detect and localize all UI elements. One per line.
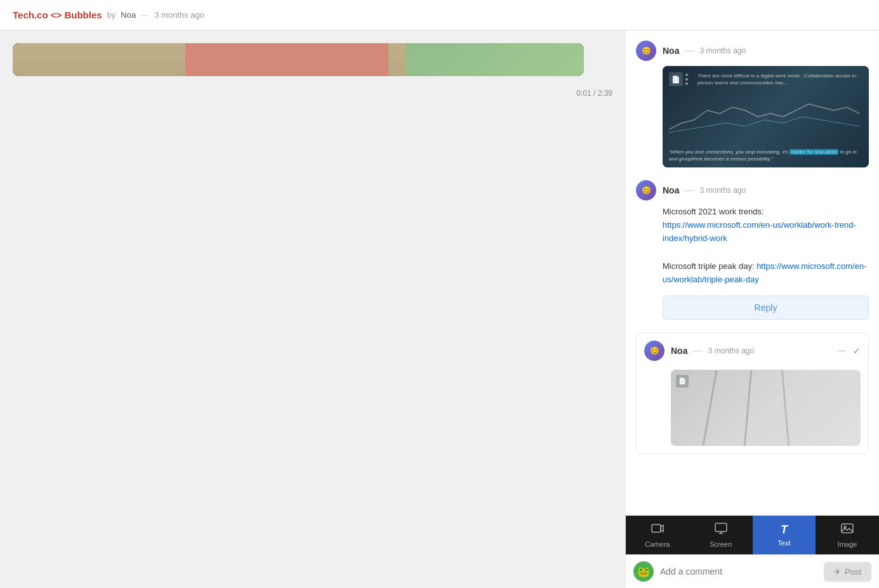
svg-rect-0: [652, 525, 661, 532]
comment-author-3: Noa: [671, 346, 687, 356]
main-layout: ▶ 🔊 1× ⛶ 0:01 / 2:39: [0, 30, 879, 588]
svg-rect-4: [842, 524, 853, 533]
comment-text-2: Microsoft triple peak day: https://www.m…: [663, 260, 869, 287]
person-silhouette: [173, 43, 401, 76]
comment-item-2: 😊 Noa — 3 months ago Microsoft 2021 work…: [636, 180, 869, 320]
thumb-dots: [685, 74, 688, 85]
dash-1: —: [684, 45, 694, 56]
comment-time-1: 3 months ago: [699, 46, 746, 55]
line-1: [702, 370, 717, 446]
comment-more-button[interactable]: ···: [833, 344, 849, 358]
comment-item-3: 😊 Noa — 3 months ago ··· ✓: [636, 332, 869, 454]
recording-toolbar: Camera Screen T Text: [626, 515, 879, 554]
comment-link-2[interactable]: https://www.microsoft.com/en-us/worklab/…: [663, 261, 867, 284]
dash-2: —: [684, 185, 694, 196]
comment-header-2: 😊 Noa — 3 months ago: [636, 180, 869, 200]
image-tab-label: Image: [838, 540, 857, 548]
svg-rect-1: [715, 523, 727, 532]
comment-author-2: Noa: [663, 185, 679, 195]
comment-text-1: Microsoft 2021 work trends: https://www.…: [663, 206, 869, 245]
post-icon: ✈: [834, 567, 841, 577]
check-icon: ✓: [853, 346, 861, 356]
comment-time-3: 3 months ago: [708, 346, 754, 355]
toolbar-screen-tab[interactable]: Screen: [689, 516, 753, 554]
avatar-emoji: 😊: [642, 46, 651, 55]
current-time: 0:01: [576, 89, 591, 98]
commenter-avatar: 🐸: [633, 561, 654, 582]
comment-header-3: 😊 Noa — 3 months ago: [644, 341, 754, 361]
image-svg: [841, 522, 854, 535]
thumb-title-text: There are more difficult in a digital wo…: [697, 72, 862, 86]
comment-meta-3: Noa — 3 months ago: [671, 345, 754, 356]
thumb-quote: "When you lose connections, you stop inn…: [669, 148, 862, 162]
right-panel: 😊 Noa — 3 months ago: [625, 30, 879, 588]
avatar-emoji-2: 😊: [642, 186, 651, 195]
comment-3-video: 📄: [671, 370, 861, 446]
post-button[interactable]: ✈ Post: [824, 562, 871, 582]
separator: —: [141, 10, 149, 20]
text-icon: T: [781, 523, 788, 537]
line-3: [781, 370, 790, 446]
time-display: 0:01 / 2:39: [13, 86, 612, 100]
comment-body-2: Microsoft 2021 work trends: https://www.…: [663, 206, 869, 320]
comment-time-2: 3 months ago: [699, 186, 746, 195]
comment-item: 😊 Noa — 3 months ago: [636, 41, 869, 167]
text-tab-label: Text: [777, 539, 790, 547]
camera-icon: [651, 522, 664, 538]
avatar-emoji-3: 😊: [650, 346, 659, 355]
avatar-3: 😊: [644, 341, 664, 361]
thumb-doc-icon: 📄: [669, 72, 683, 86]
time-sep: /: [593, 89, 598, 98]
screen-icon: [715, 522, 727, 538]
duration: 2:39: [598, 89, 612, 98]
top-bar: Tech.co <> Bubbles by Noa — 3 months ago: [0, 0, 879, 30]
reply-button[interactable]: Reply: [663, 296, 869, 320]
dot-3: [685, 82, 688, 85]
comment-input[interactable]: [660, 566, 817, 577]
page-title: Tech.co <> Bubbles: [13, 10, 102, 20]
thumb3-doc: 📄: [676, 375, 689, 388]
dot-2: [685, 78, 688, 81]
dash-3: —: [692, 345, 703, 356]
avatar: 😊: [636, 41, 656, 61]
by-label: by: [107, 10, 116, 20]
line-2: [743, 370, 751, 446]
comment-body-3: 📄: [671, 370, 861, 446]
comment-author-1: Noa: [663, 46, 679, 56]
thumb-chart: [669, 98, 862, 136]
svg-point-5: [844, 526, 846, 528]
comment-header: 😊 Noa — 3 months ago: [636, 41, 869, 61]
comments-list: 😊 Noa — 3 months ago: [626, 30, 879, 515]
comment-3-video-bg: 📄: [671, 370, 861, 446]
plant-area: [406, 43, 584, 76]
dot-1: [685, 74, 688, 76]
toolbar-camera-tab[interactable]: Camera: [626, 516, 689, 554]
video-scene: [13, 43, 584, 76]
avatar-2: 😊: [636, 180, 656, 200]
comment-meta-2: Noa — 3 months ago: [663, 185, 746, 196]
chart-svg: [669, 98, 862, 136]
comment-video-thumb-3[interactable]: 📄: [671, 370, 861, 446]
screen-svg: [715, 522, 727, 535]
post-timestamp: 3 months ago: [154, 10, 204, 20]
comment-link-1[interactable]: https://www.microsoft.com/en-us/worklab/…: [663, 220, 856, 243]
camera-tab-label: Camera: [645, 540, 670, 548]
toolbar-image-tab[interactable]: Image: [816, 516, 879, 554]
author-name: Noa: [121, 10, 136, 20]
shirt: [185, 43, 388, 76]
video-panel: ▶ 🔊 1× ⛶ 0:01 / 2:39: [0, 30, 625, 588]
comment-meta: Noa — 3 months ago: [663, 45, 746, 56]
post-label: Post: [845, 567, 861, 577]
image-icon: [841, 522, 854, 538]
camera-svg: [651, 522, 664, 535]
screen-tab-label: Screen: [710, 540, 732, 548]
comment-body-1: 📄 There are more difficult in a digital …: [663, 66, 869, 167]
comment-input-area: 🐸 ✈ Post: [626, 554, 879, 588]
comment-3-actions: ··· ✓: [833, 344, 861, 358]
comment-3-top: 😊 Noa — 3 months ago ··· ✓: [644, 341, 861, 361]
commenter-avatar-emoji: 🐸: [637, 566, 650, 578]
comment-video-thumb-1[interactable]: 📄 There are more difficult in a digital …: [663, 66, 869, 167]
toolbar-text-tab[interactable]: T Text: [753, 516, 816, 554]
video-container: ▶ 🔊 1× ⛶: [13, 43, 584, 76]
thumb-img-1: 📄 There are more difficult in a digital …: [663, 66, 869, 167]
